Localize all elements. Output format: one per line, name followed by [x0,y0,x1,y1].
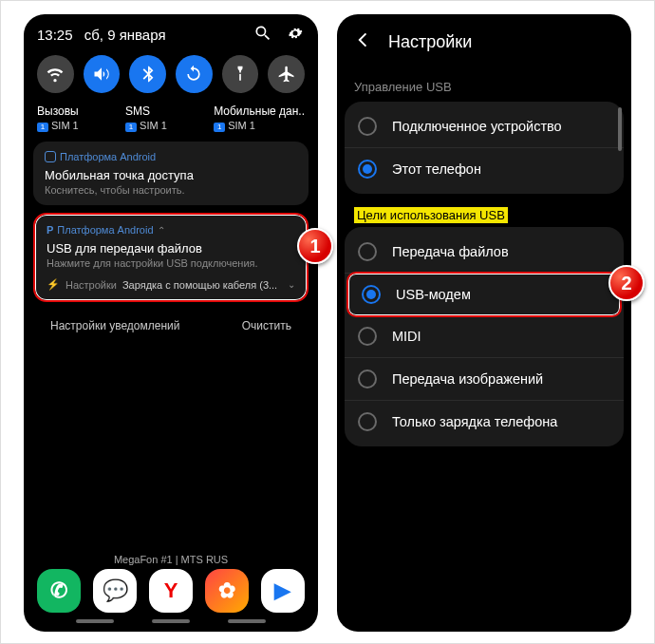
section-usb-purpose: Цели использования USB [354,207,508,223]
search-icon[interactable] [253,24,272,46]
gallery-app-icon[interactable]: ✿ [205,569,249,613]
clear-all-button[interactable]: Очистить [242,319,291,332]
notification-usb[interactable]: PПлатформа Android ⌃ USB для передачи фа… [33,213,309,302]
nav-bar [24,615,318,628]
android-icon [45,151,56,162]
phone-left-notification-shade: 13:25 сб, 9 января Вызовы 1SIM 1 SMS 1SI… [24,14,318,632]
nav-home[interactable] [152,619,190,623]
yandex-app-icon[interactable]: Y [149,569,193,613]
nav-recent[interactable] [76,619,114,623]
notif-subtitle: Нажмите для настройки USB подключения. [47,257,295,269]
wifi-tile[interactable] [37,55,74,93]
notification-settings-button[interactable]: Настройки уведомлений [50,319,179,332]
section-usb-control: Управление USB [337,66,631,102]
date: сб, 9 января [84,27,166,43]
radio-icon [358,412,377,431]
carrier-label: MegaFon #1 | MTS RUS [24,554,318,565]
radio-charge-only[interactable]: Только зарядка телефона [345,401,624,443]
airplane-tile[interactable] [268,55,305,93]
radio-icon [358,327,377,346]
notif-title: USB для передачи файлов [47,241,295,256]
clock: 13:25 [37,27,73,43]
rotation-tile[interactable] [176,55,213,93]
sound-tile[interactable] [84,55,121,93]
back-icon[interactable] [352,29,373,55]
notification-hotspot[interactable]: Платформа Android Мобильная точка доступ… [33,142,309,205]
notif-subtitle: Коснитесь, чтобы настроить. [45,184,297,196]
radio-midi[interactable]: MIDI [345,315,624,358]
radio-ptp[interactable]: Передача изображений [345,358,624,401]
radio-group-usb-control: Подключенное устройство Этот телефон [345,102,624,194]
playstore-app-icon[interactable]: ▶ [261,569,305,613]
radio-icon [358,242,377,261]
sim-data[interactable]: Мобильные дан.. 1SIM 1 [214,104,305,132]
radio-icon [358,160,377,179]
radio-this-phone[interactable]: Этот телефон [345,148,624,190]
bluetooth-tile[interactable] [129,55,166,93]
status-bar: 13:25 сб, 9 января [24,14,318,51]
dock: ✆ 💬 Y ✿ ▶ [24,569,318,613]
annotation-badge-2: 2 [608,265,645,301]
messages-app-icon[interactable]: 💬 [93,569,137,613]
quick-settings-row [24,51,318,101]
chevron-up-icon[interactable]: ⌃ [158,225,165,236]
radio-connected-device[interactable]: Подключенное устройство [345,105,624,148]
sim-sms[interactable]: SMS 1SIM 1 [125,104,206,132]
sim-row: Вызовы 1SIM 1 SMS 1SIM 1 Мобильные дан..… [24,101,318,142]
gear-icon[interactable] [286,24,305,46]
phone-app-icon[interactable]: ✆ [37,569,81,613]
settings-header: Настройки [337,14,631,66]
radio-icon [362,285,381,304]
radio-file-transfer[interactable]: Передача файлов [345,231,624,274]
scroll-indicator[interactable] [618,107,622,151]
sim-calls[interactable]: Вызовы 1SIM 1 [37,104,118,132]
annotation-badge-1: 1 [297,228,333,264]
chevron-down-icon[interactable]: ⌄ [288,279,295,290]
notification-actions: Настройки уведомлений Очистить [24,310,318,346]
radio-icon [358,369,377,388]
radio-group-usb-purpose: Передача файлов USB-модем MIDI Передача … [345,227,624,446]
notif-title: Мобильная точка доступа [45,168,297,182]
settings-title: Настройки [388,32,472,52]
radio-icon [358,117,377,136]
home-screen: MegaFon #1 | MTS RUS ✆ 💬 Y ✿ ▶ [24,442,318,632]
lightning-icon: ⚡ [47,278,60,291]
phone-right-usb-settings: Настройки Управление USB Подключенное ус… [337,14,631,632]
nav-back[interactable] [228,619,266,623]
p-icon: P [47,224,53,236]
radio-usb-tethering[interactable]: USB-модем [346,272,622,317]
flashlight-tile[interactable] [222,55,259,93]
